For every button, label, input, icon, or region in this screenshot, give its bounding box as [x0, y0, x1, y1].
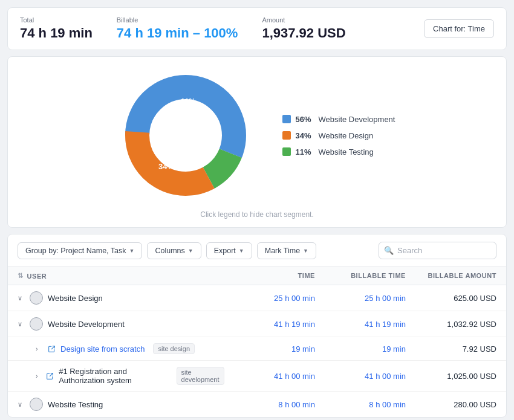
chevron-down-icon: ▼: [239, 248, 244, 254]
billable-value: 74 h 19 min – 100%: [117, 25, 238, 41]
legend-color-testing: [282, 147, 291, 156]
row-tag: site design: [153, 343, 195, 354]
donut-chart: 56% 34% 11%: [119, 69, 252, 202]
row-billable-time: 25 h 00 min: [315, 294, 406, 303]
table-row: › Design site from scratchsite design19 …: [8, 337, 506, 361]
table-card: Group by: Project Name, Task ▼ Columns ▼…: [7, 234, 507, 418]
search-input[interactable]: [379, 242, 496, 259]
chevron-down-icon: ▼: [188, 248, 194, 254]
row-name-cell: ∨Website Development: [18, 317, 224, 331]
avatar: [30, 398, 43, 411]
row-billable-amount: 7.92 USD: [406, 344, 496, 354]
row-time: 41 h 19 min: [224, 320, 315, 329]
chart-legend: 56% Website Development 34% Website Desi…: [282, 115, 395, 157]
row-label: #1 Registration and Authorization system: [59, 367, 168, 385]
svg-text:56%: 56%: [194, 132, 209, 141]
header-time: TIME: [224, 272, 315, 280]
search-icon: 🔍: [384, 246, 394, 255]
header-billable-amount: BILLABLE AMOUNT: [406, 272, 496, 280]
group-by-button[interactable]: Group by: Project Name, Task ▼: [18, 242, 142, 259]
total-label: Total: [20, 16, 93, 24]
expand-icon[interactable]: ∨: [18, 401, 25, 409]
expand-icon[interactable]: ›: [36, 372, 41, 380]
chart-card: 56% 34% 11% 56% Website Development 34%: [7, 56, 507, 228]
row-billable-time: 19 min: [315, 344, 406, 354]
svg-text:34%: 34%: [158, 162, 174, 171]
legend-color-design: [282, 131, 291, 140]
row-label: Website Design: [48, 294, 103, 303]
expand-icon[interactable]: ∨: [18, 320, 25, 328]
table-body: ∨Website Design25 h 00 min25 h 00 min625…: [8, 285, 506, 417]
row-label[interactable]: Design site from scratch: [60, 344, 145, 354]
mark-time-button[interactable]: Mark Time ▼: [257, 242, 316, 259]
search-wrapper: 🔍: [379, 242, 496, 259]
legend-item-testing[interactable]: 11% Website Testing: [282, 147, 395, 157]
legend-item-design[interactable]: 34% Website Design: [282, 131, 395, 140]
row-billable-time: 41 h 19 min: [315, 320, 406, 329]
sort-up-icon: ⇅: [18, 272, 24, 280]
avatar: [30, 317, 43, 331]
row-billable-amount: 1,032.92 USD: [406, 320, 496, 329]
row-billable-time: 41 h 00 min: [315, 372, 406, 381]
chevron-down-icon: ▼: [129, 248, 135, 254]
chevron-down-icon: ▼: [303, 248, 308, 254]
header-user: ⇅ USER: [18, 272, 224, 280]
stat-total: Total 74 h 19 min: [20, 16, 93, 41]
row-billable-amount: 280.00 USD: [406, 400, 496, 409]
amount-label: Amount: [262, 16, 345, 24]
header-billable-time: BILLABLE TIME: [315, 272, 406, 280]
total-value: 74 h 19 min: [20, 25, 93, 41]
chart-for-button[interactable]: Chart for: Time: [424, 19, 494, 38]
table-row: › #1 Registration and Authorization syst…: [8, 361, 506, 392]
row-name-cell: › Design site from scratchsite design: [36, 343, 224, 354]
task-link-icon: [46, 372, 54, 380]
expand-icon[interactable]: ›: [36, 345, 43, 352]
stats-header: Total 74 h 19 min Billable 74 h 19 min –…: [7, 7, 507, 50]
table-row: ∨Website Testing8 h 00 min8 h 00 min280.…: [8, 392, 506, 417]
expand-icon[interactable]: ∨: [18, 294, 25, 302]
svg-text:11%: 11%: [181, 97, 195, 106]
row-name-cell: ∨Website Testing: [18, 398, 224, 411]
billable-label: Billable: [117, 16, 238, 24]
svg-point-4: [151, 100, 221, 170]
row-billable-time: 8 h 00 min: [315, 400, 406, 409]
row-name-cell: › #1 Registration and Authorization syst…: [36, 367, 224, 385]
legend-color-development: [282, 115, 291, 123]
task-link-icon: [48, 345, 56, 353]
table-toolbar: Group by: Project Name, Task ▼ Columns ▼…: [8, 234, 506, 267]
legend-item-development[interactable]: 56% Website Development: [282, 115, 395, 124]
row-time: 25 h 00 min: [224, 294, 315, 303]
stat-billable: Billable 74 h 19 min – 100%: [117, 16, 238, 41]
chart-hint: Click legend to hide chart segment.: [200, 210, 313, 219]
row-tag: site development: [177, 367, 224, 385]
columns-button[interactable]: Columns ▼: [147, 242, 201, 259]
row-label: Website Development: [48, 320, 125, 329]
row-time: 41 h 00 min: [224, 372, 315, 381]
avatar: [30, 291, 43, 305]
table-row: ∨Website Design25 h 00 min25 h 00 min625…: [8, 285, 506, 311]
amount-value: 1,937.92 USD: [262, 25, 345, 41]
table-row: ∨Website Development41 h 19 min41 h 19 m…: [8, 311, 506, 337]
row-time: 19 min: [224, 344, 315, 354]
row-time: 8 h 00 min: [224, 400, 315, 409]
row-billable-amount: 1,025.00 USD: [406, 372, 496, 381]
row-name-cell: ∨Website Design: [18, 291, 224, 305]
export-button[interactable]: Export ▼: [206, 242, 252, 259]
row-label: Website Testing: [48, 400, 103, 409]
table-header: ⇅ USER TIME BILLABLE TIME BILLABLE AMOUN…: [8, 267, 506, 285]
stat-amount: Amount 1,937.92 USD: [262, 16, 345, 41]
row-billable-amount: 625.00 USD: [406, 294, 496, 303]
